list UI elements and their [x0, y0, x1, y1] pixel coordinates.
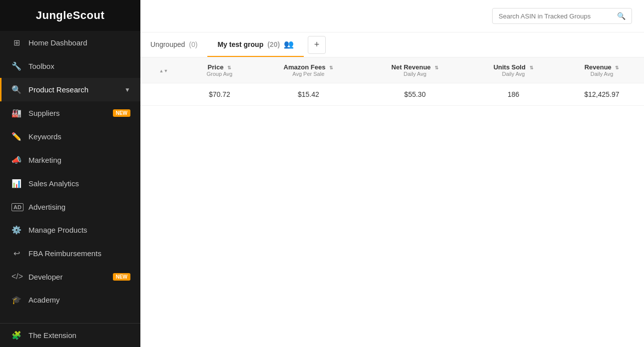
sidebar-item-manage-products[interactable]: ⚙️ Manage Products: [0, 218, 140, 242]
products-table: ▲▼ Price ⇅ Group Avg Amazon Fees ⇅ Avg P…: [140, 57, 644, 106]
sidebar-item-suppliers[interactable]: 🏭 Suppliers NEW: [0, 101, 140, 125]
sort-amazon-fees[interactable]: ⇅: [329, 65, 333, 70]
sidebar-label-marketing: Marketing: [28, 156, 130, 164]
tab-ungrouped[interactable]: Ungrouped (0): [140, 33, 207, 56]
product-research-icon: 🔍: [11, 85, 21, 94]
sidebar-item-fba-reimbursements[interactable]: ↩ FBA Reimbursements: [0, 242, 140, 265]
th-sub-units-sold: Daily Avg: [475, 71, 552, 77]
cell-amazon-fees: $15.42: [254, 83, 363, 106]
table-area: ▲▼ Price ⇅ Group Avg Amazon Fees ⇅ Avg P…: [140, 57, 644, 347]
tabs-row: Ungrouped (0) My test group (20) 👥 +: [140, 32, 644, 57]
developer-icon: </>: [11, 272, 21, 281]
th-sub-revenue: Daily Avg: [568, 71, 636, 77]
extension-icon: 🧩: [11, 331, 21, 340]
search-icon: 🔍: [617, 12, 626, 20]
tab-count-my-test-group: (20): [267, 40, 280, 48]
fba-reimbursements-icon: ↩: [11, 249, 21, 258]
cell-units-sold: 186: [467, 83, 560, 106]
table-header: ▲▼ Price ⇅ Group Avg Amazon Fees ⇅ Avg P…: [140, 57, 644, 83]
sidebar-item-product-research[interactable]: 🔍 Product Research ▼: [0, 78, 140, 101]
sidebar-item-toolbox[interactable]: 🔧 Toolbox: [0, 54, 140, 78]
sort-revenue[interactable]: ⇅: [615, 65, 619, 70]
marketing-icon: 📣: [11, 155, 21, 165]
sidebar-nav: ⊞ Home Dashboard 🔧 Toolbox 🔍 Product Res…: [0, 31, 140, 323]
sort-price[interactable]: ⇅: [227, 65, 231, 70]
sidebar-label-academy: Academy: [28, 296, 130, 304]
sidebar-label-product-research: Product Research: [28, 85, 117, 94]
manage-products-icon: ⚙️: [11, 225, 21, 235]
main-content: 🔍 Ungrouped (0) My test group (20) 👥 + ▲…: [140, 0, 644, 347]
sidebar-label-sales-analytics: Sales Analytics: [28, 179, 130, 188]
th-revenue: Revenue ⇅ Daily Avg: [560, 57, 644, 83]
th-units-sold: Units Sold ⇅ Daily Avg: [467, 57, 560, 83]
th-net-revenue: Net Revenue ⇅ Daily Avg: [363, 57, 467, 83]
sidebar-label-keywords: Keywords: [28, 132, 130, 141]
main-header: 🔍: [140, 0, 644, 32]
sidebar-label-fba-reimbursements: FBA Reimbursements: [28, 249, 130, 258]
home-dashboard-icon: ⊞: [11, 38, 21, 47]
chevron-product-research: ▼: [124, 86, 130, 93]
sidebar-label-suppliers: Suppliers: [28, 109, 106, 117]
sidebar-footer: 🧩 The Extension: [0, 323, 140, 347]
sidebar-item-academy[interactable]: 🎓 Academy: [0, 288, 140, 312]
advertising-icon: AD: [11, 202, 21, 211]
badge-developer: NEW: [113, 273, 130, 281]
add-group-button[interactable]: +: [308, 36, 326, 54]
th-amazon-fees: Amazon Fees ⇅ Avg Per Sale: [254, 57, 363, 83]
sidebar-item-advertising[interactable]: AD Advertising: [0, 195, 140, 218]
sidebar-label-manage-products: Manage Products: [28, 226, 130, 234]
app-logo: JungleScout: [0, 0, 140, 31]
sidebar-label-toolbox: Toolbox: [28, 62, 130, 70]
cell-price: $70.72: [185, 83, 254, 106]
cell-sort: [140, 83, 185, 106]
academy-icon: 🎓: [11, 295, 21, 305]
sidebar-item-developer[interactable]: </> Developer NEW: [0, 265, 140, 288]
sort-icon[interactable]: ▲▼: [159, 68, 168, 73]
sidebar-item-marketing[interactable]: 📣 Marketing: [0, 148, 140, 172]
th-extra: ▲▼: [140, 57, 185, 83]
sidebar-item-sales-analytics[interactable]: 📊 Sales Analytics: [0, 172, 140, 195]
sidebar-item-the-extension[interactable]: 🧩 The Extension: [0, 324, 140, 347]
group-icon: 👥: [284, 39, 294, 49]
th-price: Price ⇅ Group Avg: [185, 57, 254, 83]
cell-revenue: $12,425.97: [560, 83, 644, 106]
sidebar-item-home-dashboard[interactable]: ⊞ Home Dashboard: [0, 31, 140, 54]
th-sub-amazon-fees: Avg Per Sale: [262, 71, 355, 77]
sales-analytics-icon: 📊: [11, 179, 21, 188]
cell-net-revenue: $55.30: [363, 83, 467, 106]
table-row: $70.72 $15.42 $55.30 186 $12,425.97: [140, 83, 644, 106]
th-sub-net-revenue: Daily Avg: [371, 71, 459, 77]
badge-suppliers: NEW: [113, 109, 130, 117]
tab-my-test-group[interactable]: My test group (20) 👥: [207, 32, 304, 57]
search-input[interactable]: [499, 12, 613, 20]
keywords-icon: ✏️: [11, 132, 21, 141]
table-body: $70.72 $15.42 $55.30 186 $12,425.97: [140, 83, 644, 106]
sort-net-revenue[interactable]: ⇅: [435, 65, 439, 70]
search-box[interactable]: 🔍: [492, 8, 632, 24]
sidebar-item-keywords[interactable]: ✏️ Keywords: [0, 125, 140, 148]
suppliers-icon: 🏭: [11, 108, 21, 118]
sidebar: JungleScout ⊞ Home Dashboard 🔧 Toolbox 🔍…: [0, 0, 140, 347]
sidebar-label-advertising: Advertising: [28, 203, 130, 211]
sidebar-label-home-dashboard: Home Dashboard: [28, 38, 130, 47]
tab-count-ungrouped: (0): [189, 40, 197, 48]
tab-label-my-test-group: My test group: [217, 40, 263, 48]
th-sub-price: Group Avg: [193, 71, 246, 77]
sort-units-sold[interactable]: ⇅: [530, 65, 534, 70]
toolbox-icon: 🔧: [11, 61, 21, 71]
tab-label-ungrouped: Ungrouped: [150, 40, 185, 48]
sidebar-label-developer: Developer: [28, 273, 106, 281]
sidebar-label-extension: The Extension: [28, 331, 130, 340]
